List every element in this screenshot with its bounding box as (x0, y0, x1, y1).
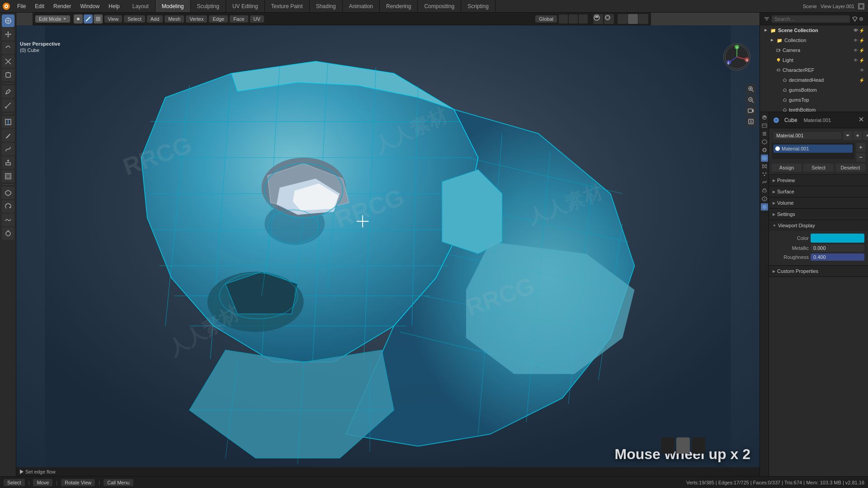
roughness-value[interactable]: 0.400 (811, 253, 864, 261)
view-menu-btn[interactable]: View (104, 15, 123, 23)
face-menu-btn[interactable]: Face (230, 15, 248, 23)
global-transform-btn[interactable]: Global (535, 15, 557, 23)
render-props-icon[interactable] (761, 114, 768, 121)
vertex-mode-btn[interactable] (74, 14, 83, 23)
surface-section-header[interactable]: ▶ Surface (769, 186, 868, 197)
transform-tool-btn[interactable] (2, 69, 14, 81)
rotate-tool-btn[interactable] (2, 42, 14, 54)
blender-logo[interactable] (2, 2, 10, 10)
data-props-icon[interactable] (761, 195, 768, 202)
overlay-btn[interactable] (593, 14, 603, 24)
select-mode-btn[interactable]: Select (4, 479, 25, 486)
modifier-props-icon[interactable] (761, 163, 768, 170)
color-swatch[interactable] (811, 234, 864, 243)
solid-display-btn[interactable] (618, 14, 627, 24)
add-menu-btn[interactable]: Add (147, 15, 163, 23)
outliner-teethbottom[interactable]: teethBottom (779, 105, 868, 112)
tab-modeling[interactable]: Modeling (156, 0, 191, 12)
settings-section-header[interactable]: ▶ Settings (769, 209, 868, 220)
call-menu-btn[interactable]: Call Menu (104, 479, 133, 486)
outliner-sort-icon[interactable] (852, 16, 858, 22)
edge-menu-btn[interactable]: Edge (209, 15, 228, 23)
tab-shading[interactable]: Shading (310, 0, 343, 12)
menu-file[interactable]: File (13, 0, 30, 12)
mesh-menu-btn[interactable]: Mesh (165, 15, 184, 23)
constraints-props-icon[interactable] (761, 187, 768, 194)
view-layer-props-icon[interactable] (761, 130, 768, 137)
measure-tool-btn[interactable] (2, 99, 14, 112)
tab-uv-editing[interactable]: UV Editing (226, 0, 265, 12)
smooth-btn[interactable] (2, 214, 14, 226)
scale-tool-btn[interactable] (2, 55, 14, 68)
deselect-btn[interactable]: Deselect (835, 164, 865, 172)
metallic-value[interactable]: 0.000 (811, 244, 864, 252)
edge-mode-btn[interactable] (84, 14, 93, 23)
menu-edit[interactable]: Edit (30, 0, 49, 12)
zoom-in-btn[interactable] (746, 84, 756, 94)
viewport-display-header[interactable]: ▼ Viewport Display (769, 220, 868, 231)
outliner-filter-icon[interactable] (764, 16, 770, 22)
material-browse-btn[interactable] (843, 131, 852, 140)
material-new-btn[interactable] (853, 131, 862, 140)
viewport-gizmo[interactable]: Y X Z (723, 43, 750, 70)
annotate-tool-btn[interactable] (2, 85, 14, 98)
uv-menu-btn[interactable]: UV (250, 15, 264, 23)
move-mode-btn[interactable]: Move (33, 479, 52, 486)
outliner-scene-collection[interactable]: 📁 Scene Collection 👁⚡ (760, 25, 868, 35)
volume-section-header[interactable]: ▶ Volume (769, 197, 868, 208)
preview-section-header[interactable]: ▶ Preview (769, 175, 868, 186)
edit-mode-dropdown[interactable]: Edit Mode (35, 15, 70, 23)
xray-btn[interactable] (604, 14, 614, 24)
inset-tool-btn[interactable] (2, 170, 14, 183)
face-mode-btn[interactable] (94, 14, 103, 23)
snap-btn[interactable] (569, 14, 578, 23)
props-close-btn[interactable] (858, 116, 864, 124)
add-material-slot-btn[interactable] (856, 143, 865, 152)
shrink-btn[interactable] (2, 227, 14, 240)
fullscreen-icon[interactable] (858, 3, 864, 9)
outliner-search-input[interactable] (772, 15, 850, 23)
outliner-settings-icon[interactable] (858, 16, 864, 22)
custom-props-header[interactable]: ▶ Custom Properties (769, 266, 868, 277)
tab-compositing[interactable]: Compositing (418, 0, 461, 12)
rendered-display-btn[interactable] (638, 14, 648, 24)
tab-scripting[interactable]: Scripting (461, 0, 495, 12)
cursor-tool-btn[interactable] (2, 14, 14, 27)
tab-rendering[interactable]: Rendering (380, 0, 418, 12)
object-props-icon[interactable] (761, 155, 768, 162)
loop-cut-btn[interactable] (2, 116, 14, 128)
transform-orient-btn[interactable] (559, 14, 568, 23)
gizmo-circle[interactable]: Y X Z (723, 43, 750, 70)
viewport[interactable]: Edit Mode View Select Add Mesh Vertex Ed… (16, 13, 760, 476)
frame-selected-btn[interactable] (746, 117, 756, 127)
outliner-decimatedhead[interactable]: decimatedHead ⚡ (779, 75, 868, 85)
outliner-gumstop[interactable]: gumsTop (779, 95, 868, 105)
tab-texture-paint[interactable]: Texture Paint (265, 0, 310, 12)
material-unlink-btn[interactable] (863, 131, 868, 140)
select-btn[interactable]: Select (803, 164, 833, 172)
material-props-icon[interactable] (761, 203, 768, 211)
poly-build-btn[interactable] (2, 187, 14, 199)
tab-sculpting[interactable]: Sculpting (191, 0, 226, 12)
menu-window[interactable]: Window (75, 0, 104, 12)
particles-props-icon[interactable] (761, 171, 768, 178)
select-menu-btn[interactable]: Select (124, 15, 145, 23)
outliner-camera[interactable]: Camera 👁⚡ (773, 45, 868, 55)
output-props-icon[interactable] (761, 122, 768, 129)
proportional-edit-btn[interactable] (579, 14, 588, 23)
tab-layout[interactable]: Layout (126, 0, 156, 12)
spin-btn[interactable] (2, 200, 14, 213)
scene-props-icon[interactable] (761, 138, 768, 145)
outliner-light[interactable]: Light 👁⚡ (773, 55, 868, 65)
outliner-collection[interactable]: 📁 Collection 👁⚡ (766, 35, 868, 45)
material-slot-item[interactable]: Material.001 (774, 145, 853, 153)
outliner-gumsbottom[interactable]: gumsBottom (779, 85, 868, 95)
outliner-characterref[interactable]: CharacterREF 👁 (773, 65, 868, 75)
tab-animation[interactable]: Animation (343, 0, 380, 12)
rotate-view-btn[interactable]: Rotate View (61, 479, 95, 486)
material-display-btn[interactable] (628, 14, 638, 24)
physics-props-icon[interactable] (761, 179, 768, 186)
menu-help[interactable]: Help (104, 0, 124, 12)
knife-tool-btn[interactable] (2, 129, 14, 142)
camera-view-btn[interactable] (746, 106, 756, 116)
